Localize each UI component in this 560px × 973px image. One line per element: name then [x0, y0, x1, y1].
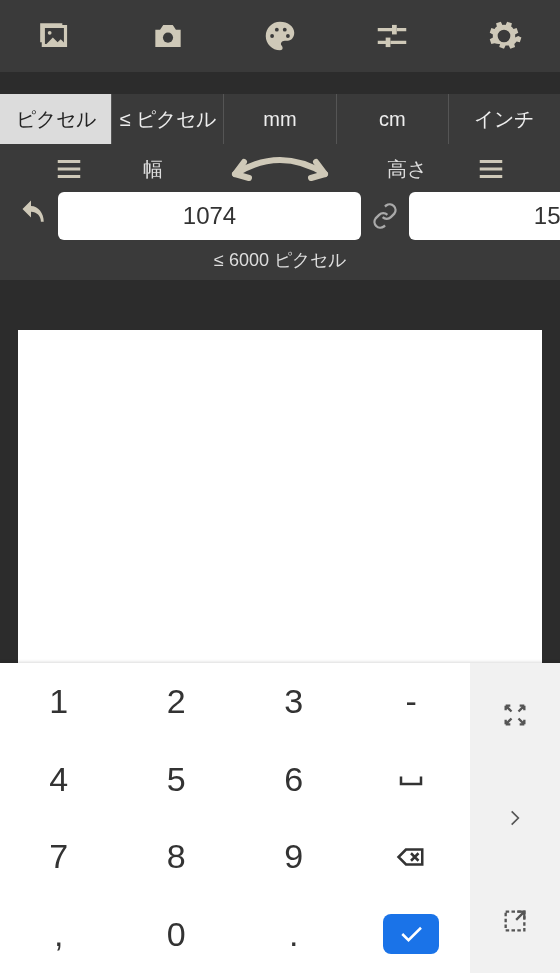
svg-point-5 — [286, 34, 290, 38]
swap-icon — [220, 154, 340, 184]
collapse-keyboard-button[interactable] — [470, 663, 560, 766]
toolbar-strip — [0, 72, 560, 94]
expand-icon — [501, 907, 529, 935]
size-panel: 幅 高さ ≤ 6000 ピクセル — [0, 144, 560, 280]
drag-handle-left[interactable] — [52, 154, 86, 184]
settings-button[interactable] — [480, 12, 528, 60]
sliders-button[interactable] — [368, 12, 416, 60]
svg-rect-6 — [392, 25, 397, 34]
camera-button[interactable] — [144, 12, 192, 60]
unit-tabs: ピクセル ≤ ピクセル mm cm インチ — [0, 94, 560, 144]
svg-point-0 — [48, 31, 52, 35]
gear-icon — [485, 17, 523, 55]
unit-tab-cm[interactable]: cm — [337, 94, 449, 144]
key-7[interactable]: 7 — [0, 818, 118, 896]
canvas[interactable] — [18, 330, 542, 663]
palette-button[interactable] — [256, 12, 304, 60]
key-6[interactable]: 6 — [235, 741, 353, 819]
width-input[interactable] — [58, 192, 361, 240]
key-space[interactable] — [353, 741, 471, 819]
menu-icon — [476, 154, 506, 184]
unit-label: インチ — [474, 106, 534, 133]
undo-icon — [14, 199, 48, 233]
expand-button[interactable] — [470, 870, 560, 973]
top-toolbar — [0, 0, 560, 72]
key-backspace[interactable] — [353, 818, 471, 896]
collapse-icon — [501, 701, 529, 729]
key-confirm[interactable] — [353, 896, 471, 974]
width-label: 幅 — [86, 156, 220, 183]
key-period[interactable]: . — [235, 896, 353, 974]
numeric-keyboard: 1 2 3 - 4 5 6 7 8 9 , 0 . — [0, 663, 560, 973]
svg-point-4 — [283, 28, 287, 32]
unit-label: mm — [263, 108, 296, 131]
next-field-button[interactable] — [470, 766, 560, 869]
svg-rect-7 — [386, 38, 391, 48]
drag-handle-right[interactable] — [474, 154, 508, 184]
undo-button[interactable] — [14, 199, 48, 233]
link-icon — [371, 202, 399, 230]
swap-button[interactable] — [220, 154, 340, 184]
key-5[interactable]: 5 — [118, 741, 236, 819]
aspect-lock-button[interactable] — [371, 202, 399, 230]
gallery-icon — [37, 17, 75, 55]
unit-label: ピクセル — [16, 106, 96, 133]
check-icon — [396, 919, 426, 949]
key-dash[interactable]: - — [353, 663, 471, 741]
svg-point-1 — [163, 33, 173, 43]
chevron-right-icon — [505, 803, 525, 833]
key-3[interactable]: 3 — [235, 663, 353, 741]
unit-tab-pixel[interactable]: ピクセル — [0, 94, 112, 144]
gallery-button[interactable] — [32, 12, 80, 60]
unit-label: cm — [379, 108, 406, 131]
canvas-area — [0, 280, 560, 663]
unit-tab-lte-pixel[interactable]: ≤ ピクセル — [112, 94, 224, 144]
camera-icon — [149, 17, 187, 55]
palette-icon — [261, 17, 299, 55]
key-4[interactable]: 4 — [0, 741, 118, 819]
svg-point-2 — [270, 34, 274, 38]
svg-point-3 — [275, 28, 279, 32]
height-input[interactable] — [409, 192, 560, 240]
key-comma[interactable]: , — [0, 896, 118, 974]
key-0[interactable]: 0 — [118, 896, 236, 974]
key-9[interactable]: 9 — [235, 818, 353, 896]
key-8[interactable]: 8 — [118, 818, 236, 896]
unit-tab-inch[interactable]: インチ — [449, 94, 560, 144]
key-1[interactable]: 1 — [0, 663, 118, 741]
size-hint: ≤ 6000 ピクセル — [0, 248, 560, 272]
sliders-icon — [373, 17, 411, 55]
unit-tab-mm[interactable]: mm — [224, 94, 336, 144]
height-label: 高さ — [340, 156, 474, 183]
space-icon — [396, 764, 426, 794]
backspace-icon — [396, 842, 426, 872]
key-2[interactable]: 2 — [118, 663, 236, 741]
menu-icon — [54, 154, 84, 184]
unit-label: ≤ ピクセル — [120, 106, 217, 133]
